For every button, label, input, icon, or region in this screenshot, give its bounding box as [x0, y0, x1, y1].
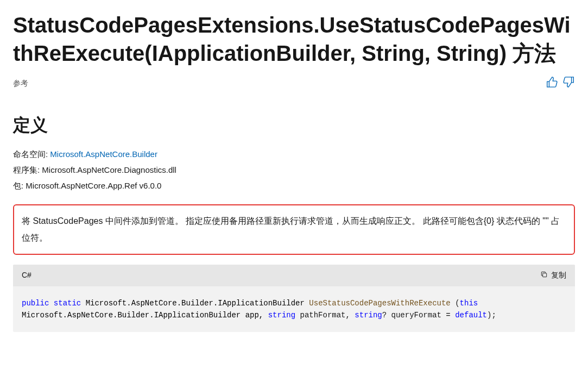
paren-open: (: [451, 299, 460, 308]
kw-static: static: [54, 299, 81, 308]
definition-heading: 定义: [13, 113, 575, 137]
kw-default: default: [455, 311, 487, 320]
reference-label: 参考: [13, 78, 28, 89]
thumbs-up-icon[interactable]: [546, 76, 558, 91]
param-type: Microsoft.AspNetCore.Builder.IApplicatio…: [22, 311, 268, 320]
namespace-link[interactable]: Microsoft.AspNetCore.Builder: [50, 149, 157, 159]
kw-string2: string: [355, 311, 382, 320]
kw-string1: string: [268, 311, 295, 320]
copy-icon: [540, 271, 548, 280]
subtitle-row: 参考: [13, 76, 575, 91]
assembly-row: 程序集: Microsoft.AspNetCore.Diagnostics.dl…: [13, 164, 575, 176]
return-type: Microsoft.AspNetCore.Builder.IApplicatio…: [86, 299, 305, 308]
copy-button[interactable]: 复制: [540, 271, 566, 280]
kw-public: public: [22, 299, 49, 308]
copy-label: 复制: [551, 271, 566, 280]
thumbs-down-icon[interactable]: [563, 76, 575, 91]
package-value: Microsoft.AspNetCore.App.Ref v6.0.0: [26, 181, 161, 190]
param2: ? queryFormat =: [382, 311, 455, 320]
package-row: 包: Microsoft.AspNetCore.App.Ref v6.0.0: [13, 180, 575, 191]
code-language: C#: [22, 270, 31, 281]
description-box: 将 StatusCodePages 中间件添加到管道。 指定应使用备用路径重新执…: [13, 204, 575, 255]
method-name: UseStatusCodePagesWithReExecute: [309, 299, 450, 308]
title-text: StatusCodePagesExtensions.UseStatusCodeP…: [13, 13, 571, 65]
code-header: C# 复制: [13, 265, 575, 286]
namespace-label: 命名空间:: [13, 149, 48, 159]
svg-rect-0: [543, 273, 547, 277]
feedback-icons: [546, 76, 575, 91]
page-title: StatusCodePagesExtensions.UseStatusCodeP…: [13, 11, 575, 67]
code-end: );: [487, 311, 496, 320]
assembly-label: 程序集:: [13, 165, 40, 174]
kw-this: this: [460, 299, 478, 308]
code-block: C# 复制 public static Microsoft.AspNetCore…: [13, 265, 575, 332]
assembly-value: Microsoft.AspNetCore.Diagnostics.dll: [42, 165, 176, 174]
package-label: 包:: [13, 181, 23, 190]
code-body: public static Microsoft.AspNetCore.Build…: [13, 286, 575, 333]
param1: pathFormat,: [295, 311, 355, 320]
title-suffix: 方法: [513, 41, 556, 65]
namespace-row: 命名空间: Microsoft.AspNetCore.Builder: [13, 148, 575, 160]
